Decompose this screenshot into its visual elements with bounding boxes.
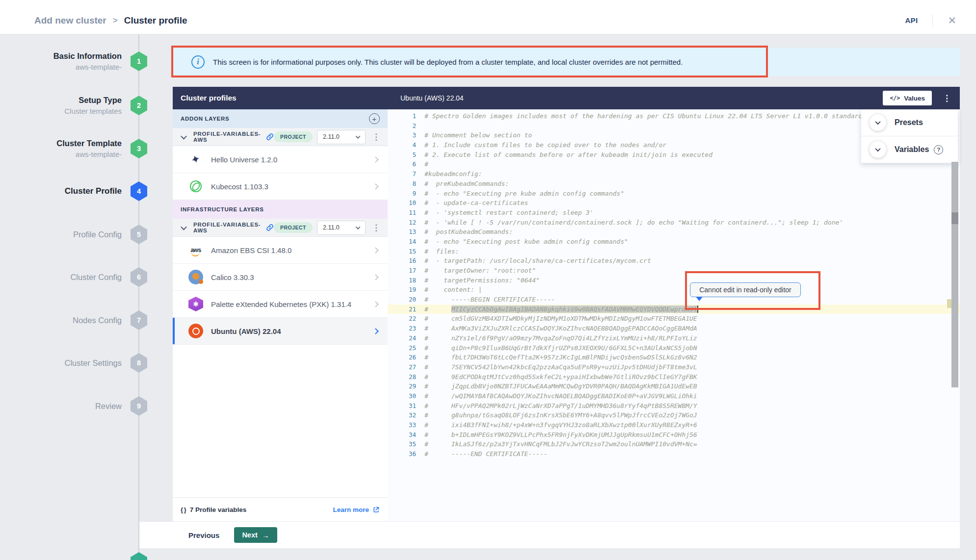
breadcrumb-parent-link[interactable]: Add new cluster (34, 15, 106, 26)
code-line: 8 # preKubeadmCommands: (388, 179, 960, 189)
infra-layers-list: Amazon EBS CSI 1.48.0 Calico 3.30.3 Pale… (173, 237, 388, 345)
stepper-step[interactable]: Setup Type Cluster templates 2 (0, 92, 122, 119)
line-number: 30 (388, 391, 416, 401)
presets-expand-button[interactable] (870, 114, 886, 131)
profile-version-select[interactable]: 2.11.0 (317, 130, 366, 144)
next-button[interactable]: Next → (234, 527, 277, 543)
window-header: Add new cluster > Cluster profile API ✕ (0, 0, 976, 34)
cluster-profiles-header: Cluster profiles (173, 87, 388, 109)
variables-expand-button[interactable] (870, 141, 886, 158)
code-line: 22 # cm5ldGVzMB4XDTIwMDkyMjIzNDMyM1oXDTM… (388, 314, 960, 324)
values-button[interactable]: </> Values (883, 91, 932, 105)
infrastructure-layers-section: INFRASTRUCTURE LAYERS (173, 200, 388, 219)
code-text: # - echo "Executing pre kube admin confi… (424, 189, 624, 199)
layer-name: Calico 3.30.3 (211, 273, 373, 281)
stepper-step[interactable]: Profile Config 5 (0, 221, 122, 248)
profile-version-select[interactable]: 2.11.0 (317, 221, 366, 235)
stepper-step[interactable]: Cluster Config 6 (0, 263, 122, 291)
code-text: # /wQIMAYBAf8CAQAwDQYJKoZIhvcNAQELBQADgg… (424, 391, 697, 401)
breadcrumb-separator: > (113, 16, 118, 25)
close-icon[interactable]: ✕ (948, 15, 956, 25)
stepper-step[interactable]: Basic Information aws-template- 1 (0, 48, 122, 75)
layer-icon (188, 152, 203, 167)
code-editor-content[interactable]: 1 # Spectro Golden images includes most … (388, 109, 960, 521)
line-number: 32 (388, 410, 416, 420)
layer-list-item[interactable]: Palette eXtended Kubernetes (PXK) 1.31.4 (173, 291, 388, 318)
code-text: # -----END CERTIFICATE----- (424, 449, 547, 459)
stepper-step[interactable]: Cluster Profile 4 (0, 178, 122, 205)
code-text: # ixi4B3fFNI+wih8/+p4xW+n3fvgqVYHJ3zo8aR… (424, 420, 697, 430)
layer-list-item[interactable]: Kubecost 1.103.3 (173, 173, 388, 200)
line-number: 11 (388, 208, 416, 218)
infra-profile-group-row[interactable]: PROFILE-VARIABLES-AWS PROJECT 2.11.0 ⋮ (173, 219, 388, 237)
link-icon (266, 224, 274, 231)
add-layer-icon[interactable]: + (369, 113, 380, 124)
step-number-badge: 7 (131, 310, 147, 330)
code-line: 31 # HFv/vPPAQ2MPk02rLjWzCaNrXD7aPPgT/1u… (388, 401, 960, 411)
code-text: # content: | (424, 285, 482, 295)
layer-list-item[interactable]: Ubuntu (AWS) 22.04 (173, 318, 388, 345)
chevron-down-icon (356, 225, 361, 229)
code-line: 36 # -----END CERTIFICATE----- (388, 449, 960, 459)
code-text: # 9EdCPODkqtMJtCvz0hqd5SxkfeC2L+ypaiHIxb… (424, 372, 697, 382)
line-number: 3 (388, 130, 416, 140)
line-number: 34 (388, 430, 416, 440)
stepper-step[interactable]: Nodes Config 7 (0, 306, 122, 334)
layer-list-item[interactable]: Calico 3.30.3 (173, 264, 388, 291)
chevron-right-icon (372, 274, 379, 280)
layer-name: Kubecost 1.103.3 (211, 182, 373, 191)
api-button[interactable]: API (905, 16, 918, 25)
step-number-badge: 3 (131, 139, 147, 158)
presets-label: Presets (895, 118, 923, 127)
profile-variables-footer: { } 7 Profile variables Learn more (173, 497, 388, 521)
addon-layers-label: ADDON LAYERS (181, 116, 229, 122)
project-scope-badge: PROJECT (274, 222, 313, 233)
previous-button[interactable]: Previous (188, 531, 219, 539)
chevron-right-icon (372, 183, 379, 190)
variables-row[interactable]: Variables ? (861, 136, 958, 163)
code-line: 23 # AxMKa3ViZXJuZXRlczCCASIwDQYJKoZIhvc… (388, 324, 960, 333)
step-sublabel: aws-template- (0, 63, 122, 71)
layer-name: Amazon EBS CSI 1.48.0 (211, 246, 373, 255)
line-number: 17 (388, 266, 416, 276)
editor-scrollbar[interactable] (951, 162, 958, 387)
profile-variables-count: { } 7 Profile variables (181, 506, 246, 513)
code-text: # targetOwner: "root:root" (424, 266, 536, 276)
help-icon[interactable]: ? (934, 145, 943, 154)
code-text: # Uncomment below section to (424, 130, 532, 140)
addon-profile-group-row[interactable]: PROFILE-VARIABLES-AWS PROJECT 2.11.0 ⋮ (173, 128, 388, 146)
layer-list-item[interactable]: Hello Universe 1.2.0 (173, 146, 388, 173)
code-line: 15 # files: (388, 247, 960, 256)
cluster-profiles-title: Cluster profiles (181, 94, 237, 102)
code-line: 26 # fbLt7DH3WoT6tLcQefTta2K+9S7zJKcIgLm… (388, 353, 960, 362)
step-label: Nodes Config (0, 316, 122, 325)
code-icon: </> (890, 95, 900, 102)
line-number: 24 (388, 333, 416, 343)
code-line: 18 # targetPermissions: "0644" (388, 276, 960, 285)
layer-list-item[interactable]: Amazon EBS CSI 1.48.0 (173, 237, 388, 264)
stepper-step[interactable]: Cluster Settings 8 (0, 349, 122, 377)
add-new-cluster-wizard: Add new cluster > Cluster profile API ✕ … (0, 0, 976, 560)
kebab-menu-icon[interactable]: ⋮ (370, 133, 382, 141)
code-line: 21 # MIICyzCCAbOgAwIBAgIBADANBgkqhkiG9w0… (388, 305, 960, 314)
learn-more-link[interactable]: Learn more (333, 506, 380, 513)
layer-icon (188, 324, 203, 338)
presets-row[interactable]: Presets (861, 109, 958, 136)
stepper-step[interactable]: Review 9 (0, 392, 122, 420)
project-scope-badge: PROJECT (274, 131, 313, 142)
code-line: 19 # content: | (388, 285, 960, 295)
code-line: 35 # IkLaSJf6z/p2a3YjTxvHNCqFMLbJ2FvJwYC… (388, 439, 960, 449)
code-line: 27 # 7SEYNCV542lbYwn42kbcEq2pzzAaCqa5uEP… (388, 362, 960, 372)
code-text: # - targetPath: /usr/local/share/ca-cert… (424, 256, 651, 266)
line-number: 35 (388, 439, 416, 449)
chevron-right-icon (372, 301, 379, 307)
editor-scrollbar-thumb[interactable] (951, 212, 958, 224)
step-label: Basic Information (0, 51, 122, 61)
code-text: # fbLt7DH3WoT6tLcQefTta2K+9S7zJKcIgLmBlP… (424, 353, 697, 362)
stepper-step[interactable]: Cluster Template aws-template- 3 (0, 135, 122, 162)
editor-kebab-menu-icon[interactable]: ⋮ (941, 93, 953, 103)
code-line: 33 # ixi4B3fFNI+wih8/+p4xW+n3fvgqVYHJ3zo… (388, 420, 960, 430)
code-line: 20 # -----BEGIN CERTIFICATE----- (388, 295, 960, 305)
layer-name: Hello Universe 1.2.0 (211, 155, 373, 164)
kebab-menu-icon[interactable]: ⋮ (370, 224, 382, 232)
